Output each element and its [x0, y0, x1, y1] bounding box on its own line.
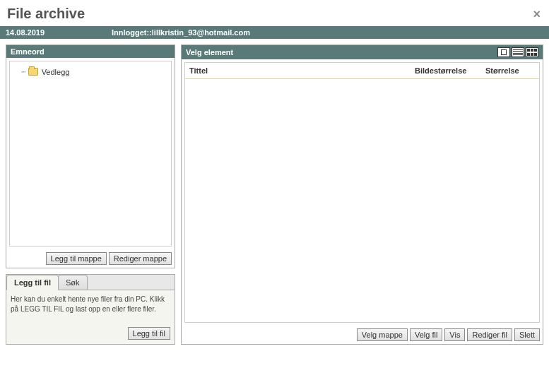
close-icon[interactable]: ×: [533, 8, 541, 20]
element-table: Tittel Bildestørrelse Størrelse: [184, 62, 540, 323]
tree-connector-icon: ⋯: [21, 67, 26, 76]
folder-tree[interactable]: ⋯ Vedlegg: [9, 61, 172, 247]
table-header-row: Tittel Bildestørrelse Størrelse: [185, 63, 539, 79]
view-toggle-group: [497, 47, 538, 57]
status-bar: 14.08.2019 Innlogget::lillkristin_93@hot…: [0, 26, 549, 39]
tab-add-file[interactable]: Legg til fil: [6, 275, 59, 290]
add-folder-button[interactable]: Legg til mappe: [46, 252, 107, 265]
view-list-icon[interactable]: [512, 47, 524, 57]
select-file-button[interactable]: Velg fil: [410, 328, 442, 341]
keywords-panel: Emneord ⋯ Vedlegg Legg til mappe Rediger…: [6, 44, 175, 268]
element-panel-title: Velg element: [186, 48, 233, 57]
view-grid-icon[interactable]: [526, 47, 538, 57]
tab-bar: Legg til fil Søk: [6, 275, 175, 290]
element-panel: Velg element Tittel Bildestørrelse Størr…: [181, 44, 543, 345]
view-large-icon[interactable]: [497, 47, 510, 57]
add-file-button[interactable]: Legg til fil: [128, 327, 170, 340]
col-header-title[interactable]: Tittel: [189, 66, 415, 75]
col-header-image-size[interactable]: Bildestørrelse: [415, 66, 485, 75]
tree-item-label: Vedlegg: [42, 68, 70, 76]
status-login: Innlogget::lillkristin_93@hotmail.com: [112, 28, 250, 37]
tab-search[interactable]: Søk: [58, 275, 88, 290]
help-text: Her kan du enkelt hente nye filer fra di…: [11, 295, 170, 314]
edit-folder-button[interactable]: Rediger mappe: [109, 252, 172, 265]
select-folder-button[interactable]: Velg mappe: [357, 328, 408, 341]
folder-icon: [28, 68, 38, 76]
dialog-header: File archive ×: [0, 0, 549, 26]
edit-file-button[interactable]: Rediger fil: [467, 328, 512, 341]
tree-item-vedlegg[interactable]: ⋯ Vedlegg: [14, 66, 167, 78]
page-title: File archive: [7, 6, 85, 22]
show-button[interactable]: Vis: [444, 328, 465, 341]
status-date: 14.08.2019: [6, 28, 112, 37]
col-header-size[interactable]: Størrelse: [485, 66, 535, 75]
delete-button[interactable]: Slett: [514, 328, 540, 341]
add-file-panel: Legg til fil Søk Her kan du enkelt hente…: [6, 274, 175, 345]
keywords-panel-title: Emneord: [11, 47, 45, 56]
